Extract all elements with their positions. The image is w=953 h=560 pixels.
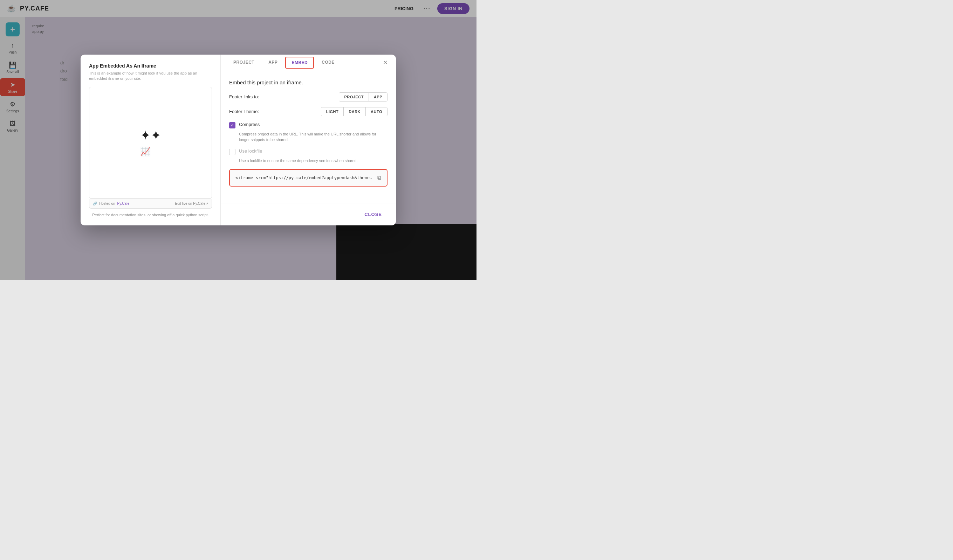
footer-links-project-btn[interactable]: PROJECT (339, 93, 369, 101)
footer-theme-light-btn[interactable]: LIGHT (321, 107, 344, 116)
lockfile-checkbox[interactable] (229, 149, 236, 155)
modal-preview-subtitle: This is an example of how it might look … (89, 71, 212, 82)
app-background: ☕ PY.CAFE PRICING ⋯ SIGN IN + ↑ Push 💾 S… (0, 0, 476, 280)
preview-frame-footer: 🔗 Hosted on Py.Cafe Edit live on Py.Cafe… (89, 199, 212, 209)
modal-overlay: App Embedded As An Iframe This is an exa… (0, 0, 476, 280)
modal-options-panel: PROJECT APP EMBED CODE ✕ Embed this proj… (221, 54, 396, 226)
share-modal: App Embedded As An Iframe This is an exa… (81, 54, 396, 226)
tab-embed[interactable]: EMBED (285, 57, 314, 69)
tab-code[interactable]: CODE (315, 55, 341, 70)
footer-links-row: Footer links to: PROJECT APP (229, 93, 388, 102)
preview-edit-link[interactable]: Edit live on Py.Cafe↗ (175, 202, 208, 206)
compress-checkbox[interactable]: ✓ (229, 122, 236, 128)
footer-theme-auto-btn[interactable]: AUTO (366, 107, 387, 116)
lockfile-label: Use lockfile (239, 149, 262, 154)
footer-theme-label: Footer Theme: (229, 109, 259, 114)
compress-desc: Compress project data in the URL. This w… (239, 131, 388, 143)
footer-theme-group: LIGHT DARK AUTO (321, 107, 388, 116)
link-icon: 🔗 (93, 202, 97, 206)
lockfile-checkbox-row: Use lockfile (229, 149, 388, 155)
tab-project[interactable]: PROJECT (226, 55, 261, 70)
modal-close-icon[interactable]: ✕ (380, 56, 390, 69)
compress-label: Compress (239, 122, 260, 127)
code-snippet-text: <iframe src="https://py.cafe/embed?appty… (236, 175, 374, 180)
footer-links-app-btn[interactable]: APP (369, 93, 387, 101)
lockfile-desc: Use a lockfile to ensure the same depend… (239, 158, 388, 164)
sparkle-icon: ✦✦📈 (140, 128, 161, 158)
compress-checkbox-row: ✓ Compress (229, 122, 388, 128)
modal-preview-caption: Perfect for documentation sites, or show… (89, 213, 212, 217)
embed-title: Embed this project in an iframe. (229, 79, 388, 85)
footer-links-group: PROJECT APP (339, 93, 388, 102)
preview-frame: ✦✦📈 (89, 87, 212, 199)
footer-links-label: Footer links to: (229, 94, 259, 99)
modal-preview-panel: App Embedded As An Iframe This is an exa… (81, 54, 221, 226)
code-snippet-box: <iframe src="https://py.cafe/embed?appty… (229, 169, 388, 187)
checkmark-icon: ✓ (231, 123, 234, 128)
modal-tab-bar: PROJECT APP EMBED CODE ✕ (221, 54, 396, 71)
footer-theme-dark-btn[interactable]: DARK (344, 107, 366, 116)
tab-app[interactable]: APP (261, 55, 284, 70)
modal-right-content: Embed this project in an iframe. Footer … (221, 71, 396, 203)
footer-theme-row: Footer Theme: LIGHT DARK AUTO (229, 107, 388, 116)
close-button[interactable]: CLOSE (359, 209, 388, 220)
modal-preview-title: App Embedded As An Iframe (89, 63, 212, 69)
copy-icon[interactable]: ⧉ (377, 175, 381, 181)
preview-hosted-text: 🔗 Hosted on Py.Cafe (93, 202, 129, 206)
pycafe-link[interactable]: Py.Cafe (117, 202, 130, 206)
modal-footer: CLOSE (221, 203, 396, 226)
